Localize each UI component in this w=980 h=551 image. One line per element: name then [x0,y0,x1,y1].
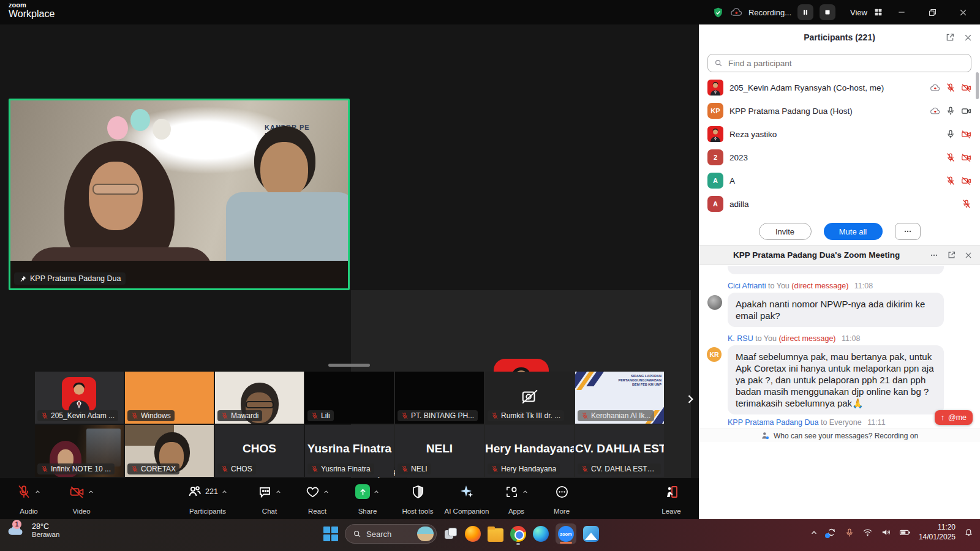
chat-privacy-notice[interactable]: Who can see your messages? Recording on [699,429,980,442]
video-button[interactable]: Video [53,483,110,515]
sidebar: Participants (221) 205_Kevin Adam Ryansy… [699,24,980,519]
edge-icon[interactable] [533,526,549,542]
video-off-icon [961,152,971,163]
person-left-glasses [92,184,139,195]
more-icon [555,485,569,499]
video-thumbnail[interactable]: Lili [305,372,394,424]
video-thumbnail[interactable]: NELI NELI [395,425,484,477]
video-thumbnail[interactable]: Hery Handayana Hery Handayana [485,425,574,477]
mute-all-button[interactable]: Mute all [824,223,883,240]
minimize-button[interactable] [889,0,914,24]
taskbar-search[interactable]: Search [345,524,437,544]
wifi-icon[interactable] [862,527,873,538]
chevron-up-icon[interactable] [34,489,41,495]
pinned-video-tile[interactable]: KANTOR PE PAJAK PR PAD KPP Pratama Padan… [9,99,350,290]
close-window-button[interactable] [951,0,975,24]
strip-resize-handle[interactable] [328,364,370,367]
participants-actions: Invite Mute all [699,218,980,245]
close-icon[interactable] [963,33,973,42]
participant-row[interactable]: 2 2023 [699,146,980,169]
participant-search[interactable] [707,54,971,72]
strip-next-button[interactable] [682,390,698,408]
title-bar: zoom Workplace Recording... View [0,0,980,24]
view-grid-icon[interactable] [873,7,883,17]
cloud-recording-icon [930,106,940,116]
shield-check-icon [712,7,724,18]
video-thumbnail[interactable]: SIDANG LAPORAN PERTANGGUNGJAWABAN BEM FE… [575,372,664,424]
message-bubble: Apakah nanti nomor NPWP-nya ada dikirim … [728,293,944,327]
balloon-white [153,119,171,140]
close-icon[interactable] [964,251,973,260]
restore-button[interactable] [920,0,944,24]
task-view-button[interactable] [443,527,458,541]
video-on-icon [961,106,971,116]
partial-message-bubble [728,266,944,274]
chevron-up-icon[interactable] [275,489,282,495]
search-input[interactable] [727,58,965,69]
popout-icon[interactable] [947,250,956,260]
participant-row[interactable]: A adilla [699,192,980,216]
video-thumbnail[interactable]: CORETAX [125,425,214,477]
more-dots-icon[interactable] [929,250,939,260]
chat-button[interactable]: Chat [242,483,297,515]
invite-button[interactable]: Invite [759,223,812,240]
cloud-recording-icon [930,83,940,93]
chevron-up-icon[interactable] [323,489,330,495]
sync-icon[interactable] [826,527,837,538]
firefox-icon[interactable] [465,526,481,542]
pause-recording-button[interactable] [797,4,813,20]
file-explorer-icon[interactable] [488,528,503,542]
microphone-in-use-icon[interactable] [845,528,854,538]
participant-row[interactable]: KP KPP Pratama Padang Dua (Host) [699,99,980,122]
audio-button[interactable]: Audio [0,483,58,515]
avatar: 2 [707,149,723,165]
chat-message-list[interactable]: Cici Afrianti to You (direct message) 11… [699,266,980,429]
photos-app-icon[interactable] [583,526,599,542]
message-header: Cici Afrianti to You (direct message) 11… [728,282,873,290]
mic-muted-icon [401,412,409,419]
popout-icon[interactable] [945,32,955,42]
video-thumbnail[interactable]: 205_Kevin Adam ... [35,372,124,424]
video-thumbnail[interactable]: CV. DAHLIA EST... CV. DAHLIA ESTE... [575,425,664,477]
volume-icon[interactable] [881,527,891,538]
start-button[interactable] [323,527,338,541]
video-thumbnail[interactable]: Rumkit Tk III dr. ... [485,372,574,424]
more-button[interactable]: More [534,483,589,515]
message-header: K. RSU to You (direct message) 11:08 [728,334,860,343]
chrome-icon[interactable] [510,526,526,542]
mic-muted-icon [491,412,499,419]
participants-more-button[interactable] [895,223,921,240]
battery-icon[interactable] [899,527,911,538]
leave-button[interactable]: Leave [644,483,699,515]
jump-to-mention-button[interactable]: ↑ @me [935,410,973,425]
search-icon [353,530,361,538]
chevron-up-icon[interactable] [522,489,529,495]
mic-muted-icon [401,465,409,473]
share-button[interactable]: Share [340,483,395,515]
clock[interactable]: 11:20 14/01/2025 [919,523,956,542]
video-thumbnail[interactable]: Windows [125,372,214,424]
time: 11:20 [919,523,956,533]
mic-muted-icon [946,83,956,92]
video-thumbnail[interactable]: CHOS CHOS [215,425,304,477]
chevron-up-icon[interactable] [373,489,380,495]
video-thumbnail[interactable]: Mawardi [215,372,304,424]
participant-row[interactable]: A A [699,169,980,192]
video-off-icon [961,176,971,186]
notifications-icon[interactable] [963,527,974,538]
chevron-up-icon[interactable] [221,489,228,495]
video-thumbnail[interactable]: Infinix NOTE 10 ... [35,425,124,477]
video-thumbnail[interactable]: Yusrina Finatra Yusrina Finatra [305,425,394,477]
participants-button[interactable]: 221 Participants [171,483,244,515]
view-button-label[interactable]: View [850,8,867,17]
stop-recording-button[interactable] [820,4,835,20]
video-thumbnail[interactable]: PT. BINTANG PH... [395,372,484,424]
participant-row[interactable]: 205_Kevin Adam Ryansyah (Co-host, me) [699,76,980,99]
tray-chevron-up-icon[interactable] [810,528,818,537]
participant-row[interactable]: Reza yastiko [699,122,980,146]
react-button[interactable]: React [290,483,345,515]
chevron-up-icon[interactable] [88,489,94,495]
zoom-app-icon[interactable]: zoom [556,523,576,544]
pinned-video-name: KPP Pratama Padang Dua [30,274,121,283]
mic-muted-icon [946,152,956,162]
